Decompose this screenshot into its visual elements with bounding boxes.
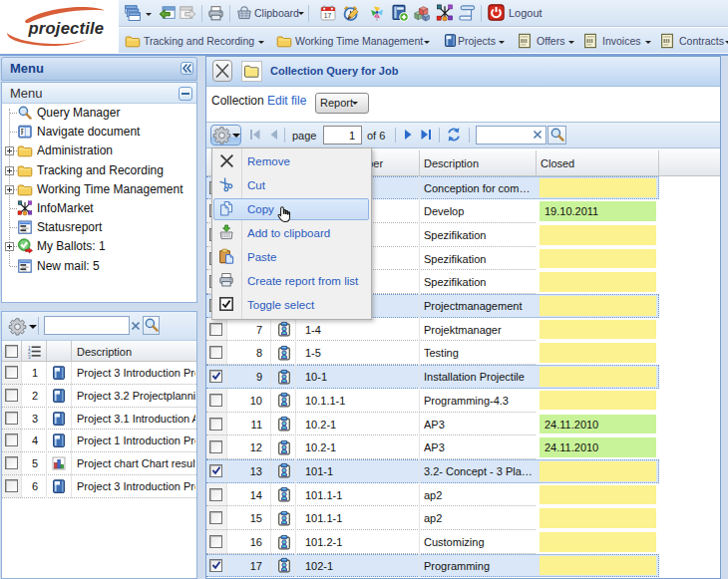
svg-text:projectile: projectile [28,19,105,38]
